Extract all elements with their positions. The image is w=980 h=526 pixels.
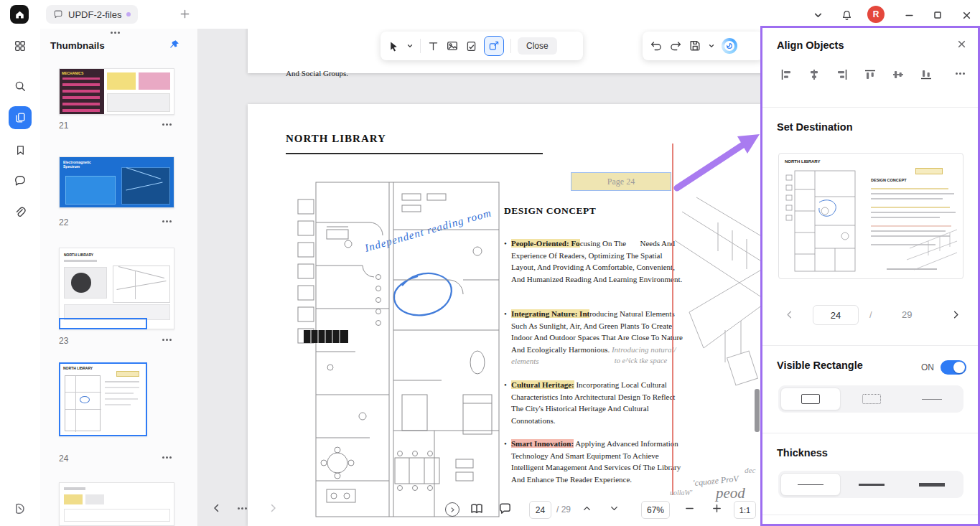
zoom-level-label: 67% bbox=[647, 505, 664, 515]
panel-more-icon[interactable] bbox=[111, 32, 120, 34]
user-avatar[interactable]: R bbox=[867, 6, 885, 23]
toggle-on-label: ON bbox=[921, 362, 934, 372]
edit-toolbar: Close bbox=[381, 32, 583, 60]
current-page[interactable]: NORTH LIBRARY Page 24 DESIGN CONCEPT Peo… bbox=[248, 104, 762, 526]
document-tab[interactable]: UPDF-2-files bbox=[46, 5, 138, 24]
thumbnail-page-23[interactable]: NORTH LIBRARY bbox=[59, 248, 174, 329]
history-toolbar bbox=[643, 32, 762, 60]
expand-toolbar-icon[interactable] bbox=[445, 502, 459, 517]
minimize-button[interactable] bbox=[901, 7, 917, 23]
titlebar-chevron-down-icon[interactable] bbox=[810, 7, 826, 23]
solid-rectangle-option[interactable] bbox=[780, 388, 841, 410]
bullet-smart-innovation: Smart Innovation: Applying Advanced Info… bbox=[504, 438, 686, 485]
save-chevron-down-icon[interactable] bbox=[708, 42, 715, 50]
thumbnail-more-icon[interactable] bbox=[162, 456, 172, 459]
cursor-chevron-down-icon[interactable] bbox=[406, 42, 414, 50]
thickness-thin-option[interactable] bbox=[780, 473, 841, 496]
bullet-people-oriented: People-Oriented: Focusing On The Needs A… bbox=[504, 238, 686, 285]
thumbnail-page-22[interactable]: Electromagnetic Spectrum bbox=[59, 156, 174, 208]
comments-button[interactable] bbox=[9, 169, 32, 192]
reader-view-icon[interactable] bbox=[470, 502, 484, 516]
dashed-rectangle-option[interactable] bbox=[842, 388, 901, 410]
home-button[interactable] bbox=[10, 5, 29, 24]
bullet-cultural-heritage: Cultural Heritage: Incorporating Local C… bbox=[504, 379, 686, 426]
thickness-thick-option[interactable] bbox=[902, 473, 961, 496]
destination-page-input-box[interactable] bbox=[813, 305, 859, 325]
window-close-button[interactable] bbox=[958, 7, 974, 23]
line-style-icon bbox=[922, 399, 942, 400]
visible-area-indicator[interactable] bbox=[59, 318, 147, 329]
page-number-input-box[interactable] bbox=[529, 501, 551, 519]
comment-bar-icon[interactable] bbox=[498, 502, 512, 515]
bookmarks-button[interactable] bbox=[9, 138, 32, 161]
thumbnail-page-21[interactable]: MECHANICS bbox=[59, 68, 174, 115]
visible-rectangle-toggle[interactable] bbox=[941, 360, 966, 375]
notifications-bell-icon[interactable] bbox=[839, 7, 854, 23]
align-bottom-icon[interactable] bbox=[917, 65, 935, 84]
page-number-tag[interactable]: Page 24 bbox=[571, 172, 671, 191]
chat-bubble-icon bbox=[53, 9, 63, 19]
destination-prev-page-icon[interactable] bbox=[784, 309, 795, 320]
zoom-out-minus-icon[interactable] bbox=[684, 503, 695, 514]
updf-logo-button[interactable] bbox=[9, 497, 32, 520]
next-page-chevron-down-icon[interactable] bbox=[609, 503, 620, 514]
new-tab-plus-icon[interactable] bbox=[179, 9, 190, 19]
solid-rectangle-icon bbox=[801, 394, 820, 404]
vertical-scrollbar-thumb[interactable] bbox=[755, 389, 760, 432]
preview-page-title: NORTH LIBRARY bbox=[785, 159, 820, 164]
history-forward-icon[interactable] bbox=[267, 502, 279, 514]
zoom-in-plus-icon[interactable] bbox=[711, 503, 722, 514]
thumbnail-more-icon[interactable] bbox=[162, 339, 172, 341]
align-top-icon[interactable] bbox=[861, 65, 879, 84]
thumbnails-panel-button[interactable] bbox=[9, 106, 32, 129]
history-back-icon[interactable] bbox=[211, 502, 223, 514]
apps-grid-button[interactable] bbox=[9, 34, 32, 57]
panel-divider bbox=[762, 433, 978, 433]
thumbnail-page-24-selected[interactable]: NORTH LIBRARY bbox=[59, 362, 147, 436]
previous-page-chevron-up-icon[interactable] bbox=[582, 503, 592, 514]
save-icon[interactable] bbox=[689, 39, 701, 52]
search-button[interactable] bbox=[9, 75, 32, 98]
page-number-input[interactable] bbox=[530, 502, 551, 518]
apps-grid-icon bbox=[14, 39, 27, 52]
line-style-option[interactable] bbox=[902, 388, 961, 410]
thumbnail-more-icon[interactable] bbox=[162, 220, 172, 222]
pin-icon[interactable] bbox=[168, 39, 180, 51]
ai-assistant-icon[interactable] bbox=[722, 38, 737, 54]
redo-icon[interactable] bbox=[669, 39, 682, 52]
destination-tool-active[interactable] bbox=[484, 36, 504, 56]
undo-icon[interactable] bbox=[650, 39, 663, 52]
destination-page-input[interactable] bbox=[813, 306, 858, 324]
document-canvas[interactable]: And Social Groups. NORTH LIBRARY Page 24… bbox=[198, 29, 762, 526]
home-icon bbox=[14, 9, 25, 20]
align-middle-vertical-icon[interactable] bbox=[889, 65, 907, 84]
actual-size-button[interactable]: 1:1 bbox=[734, 501, 756, 519]
image-tool-icon[interactable] bbox=[446, 39, 459, 52]
fill-sign-tool-icon[interactable] bbox=[465, 40, 477, 52]
zoom-level-box[interactable]: 67% bbox=[641, 501, 670, 519]
thumbnail-page-25[interactable] bbox=[59, 482, 174, 526]
scribble-text: dec bbox=[745, 466, 755, 474]
destination-next-page-icon[interactable] bbox=[951, 309, 961, 320]
panel-close-icon[interactable] bbox=[957, 39, 966, 49]
floor-plan-drawing bbox=[262, 179, 506, 520]
rectangle-style-segmented bbox=[778, 385, 963, 413]
maximize-button[interactable] bbox=[930, 7, 946, 23]
cursor-tool-icon[interactable] bbox=[388, 40, 400, 52]
thumbnail-more-icon[interactable] bbox=[162, 123, 172, 126]
thickness-medium-option[interactable] bbox=[842, 473, 901, 496]
align-right-icon[interactable] bbox=[833, 65, 851, 84]
previous-page-text: And Social Groups. bbox=[286, 69, 348, 78]
close-tool-button[interactable]: Close bbox=[518, 37, 557, 55]
bottom-more-icon[interactable] bbox=[238, 507, 247, 509]
bullet-highlight: Integrating Nature: Int bbox=[511, 309, 589, 318]
align-more-icon[interactable] bbox=[956, 72, 965, 75]
bookmark-icon bbox=[14, 144, 27, 156]
text-tool-icon[interactable] bbox=[427, 40, 439, 52]
align-center-horizontal-icon[interactable] bbox=[805, 65, 823, 84]
actual-size-label: 1:1 bbox=[739, 506, 750, 515]
align-left-icon[interactable] bbox=[777, 65, 795, 84]
attachments-button[interactable] bbox=[9, 201, 32, 224]
destination-preview-image[interactable]: NORTH LIBRARY DESIGN CONCEPT bbox=[778, 153, 963, 279]
panel-divider bbox=[762, 515, 978, 515]
